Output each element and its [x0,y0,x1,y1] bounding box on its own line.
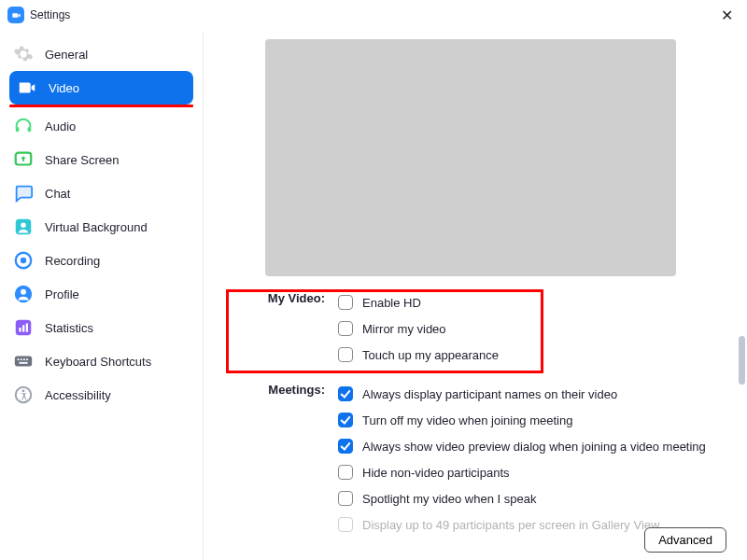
headphones-icon [13,116,34,136]
option-label: Touch up my appearance [362,348,499,362]
checkbox-spotlight[interactable] [338,491,353,506]
nav-label: Profile [45,287,79,301]
titlebar: Settings ✕ [0,0,747,32]
svg-point-20 [22,389,25,392]
nav-label: Virtual Background [45,220,148,234]
accessibility-icon [13,385,34,405]
svg-rect-12 [26,323,28,331]
title-left: Settings [7,7,70,23]
option-row: Always display participant names on thei… [338,381,726,407]
sidebar-item-video[interactable]: Video [9,71,193,105]
nav-label: Share Screen [45,153,120,167]
video-preview [265,39,676,276]
section-my-video: My Video: Enable HD Mirror my video Touc… [241,289,726,368]
option-label: Display up to 49 participants per screen… [362,518,659,532]
checkbox-display-names[interactable] [338,386,353,401]
nav-label: General [45,48,88,62]
video-icon [17,77,37,98]
scrollbar-thumb[interactable] [739,336,745,385]
option-row: Mirror my video [338,315,726,342]
svg-rect-17 [26,358,28,360]
sidebar-item-statistics[interactable]: Statistics [0,311,203,344]
advanced-button[interactable]: Advanced [644,527,726,553]
svg-rect-15 [21,358,22,360]
content-pane: My Video: Enable HD Mirror my video Touc… [204,32,747,560]
svg-rect-1 [28,127,32,133]
nav-label: Video [49,81,79,95]
statistics-icon [13,317,34,338]
nav-label: Statistics [45,321,93,335]
nav-label: Audio [45,119,76,133]
section-label-meetings: Meetings: [241,381,325,538]
nav-label: Keyboard Shortcuts [45,355,151,369]
gear-icon [13,44,34,64]
sidebar-item-accessibility[interactable]: Accessibility [0,378,203,412]
sidebar-item-general[interactable]: General [0,37,203,71]
nav-label: Accessibility [45,388,111,402]
settings-sidebar: General Video Audio Share Screen Ch [0,32,204,560]
nav-label: Recording [45,254,100,268]
zoom-app-icon [7,7,24,23]
sidebar-item-profile[interactable]: Profile [0,277,203,311]
option-label: Turn off my video when joining meeting [362,413,572,427]
option-label: Always show video preview dialog when jo… [362,440,706,454]
svg-point-8 [21,289,26,295]
option-row: Turn off my video when joining meeting [338,407,726,433]
checkbox-turn-off-video[interactable] [338,413,353,427]
option-row: Touch up my appearance [338,342,726,368]
svg-rect-11 [22,325,24,331]
option-row: Enable HD [338,289,726,315]
svg-rect-14 [18,358,20,360]
keyboard-icon [13,351,34,371]
svg-rect-16 [23,358,25,360]
option-row: Hide non-video participants [338,459,726,485]
checkbox-preview-dialog[interactable] [338,439,353,454]
close-button[interactable]: ✕ [715,4,738,26]
option-label: Hide non-video participants [362,466,510,480]
svg-rect-13 [15,357,32,367]
window-title: Settings [30,8,70,21]
svg-point-6 [21,258,26,263]
sidebar-item-chat[interactable]: Chat [0,176,203,210]
sidebar-item-virtual-background[interactable]: Virtual Background [0,210,203,244]
option-label: Mirror my video [362,322,446,336]
checkbox-touch-up[interactable] [338,347,353,362]
advanced-row: Advanced [644,527,726,553]
option-label: Spotlight my video when I speak [362,492,536,506]
recording-icon [13,250,34,271]
sidebar-item-audio[interactable]: Audio [0,109,203,143]
section-meetings: Meetings: Always display participant nam… [241,381,726,538]
svg-rect-0 [16,127,20,133]
checkbox-hide-nonvideo[interactable] [338,465,353,480]
checkbox-enable-hd[interactable] [338,295,353,310]
option-row: Spotlight my video when I speak [338,485,726,511]
svg-rect-10 [19,328,21,332]
chat-icon [13,183,34,203]
svg-rect-18 [19,362,27,364]
sidebar-item-share-screen[interactable]: Share Screen [0,143,203,176]
section-label-my-video: My Video: [241,289,325,368]
checkbox-49-participants [338,517,353,532]
option-label: Always display participant names on thei… [362,387,617,401]
virtual-background-icon [13,217,34,237]
svg-point-4 [21,222,26,228]
option-row: Always show video preview dialog when jo… [338,433,726,459]
share-screen-icon [13,149,34,170]
sidebar-item-recording[interactable]: Recording [0,244,203,277]
option-label: Enable HD [362,296,421,310]
checkbox-mirror-video[interactable] [338,321,353,336]
nav-label: Chat [45,187,70,201]
sidebar-item-keyboard-shortcuts[interactable]: Keyboard Shortcuts [0,344,203,378]
profile-icon [13,284,34,304]
annotation-underline [9,105,193,107]
